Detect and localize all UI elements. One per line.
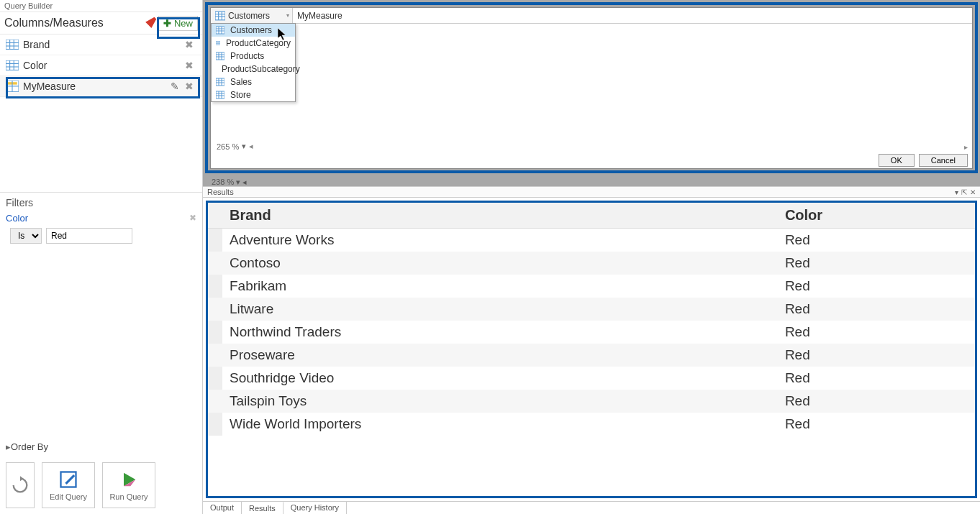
option-label: Customers [230,25,272,35]
column-header[interactable]: Color [778,203,975,229]
panel-title: Query Builder [0,0,202,12]
filter-controls: Is [6,228,196,244]
dropdown-icon[interactable]: ▾ [955,188,958,196]
table-row[interactable]: Northwind TradersRed [208,321,975,344]
svg-rect-5 [6,60,19,70]
table-cell: Red [778,252,975,275]
table-cell: Red [778,367,975,390]
orderby-section[interactable]: Order By [0,437,202,456]
results-table: BrandColor Adventure WorksRedContosoRedF… [208,203,975,436]
table-icon [6,40,19,50]
table-dropdown[interactable]: Customers ▾ CustomersProductCategoryProd… [211,8,293,23]
remove-measure-icon[interactable]: ✖ [182,81,196,92]
ok-button[interactable]: OK [879,154,915,167]
filter-name[interactable]: Color [6,213,185,224]
table-cell: Contoso [222,252,778,275]
zoom-indicator[interactable]: 265 % ▾ ◂ [217,142,253,151]
svg-rect-40 [216,78,224,86]
svg-rect-20 [216,27,224,34]
svg-rect-45 [216,91,224,98]
table-row[interactable]: ContosoRed [208,252,975,275]
table-row[interactable]: Southridge VideoRed [208,367,975,390]
table-cell: Red [778,275,975,298]
edit-query-button[interactable]: Edit Query [42,462,95,508]
column-label: Color [23,60,182,71]
option-label: Store [230,90,251,100]
option-label: Products [230,51,264,61]
chevron-down-icon: ▾ [242,142,246,151]
column-label: Brand [23,39,182,50]
table-cell: Adventure Works [222,229,778,252]
bottom-tab[interactable]: Results [242,502,283,514]
play-icon [119,469,139,490]
column-header[interactable]: Brand [222,203,778,229]
table-icon [215,11,225,21]
table-cell: Red [778,390,975,413]
remove-column-icon[interactable]: ✖ [182,60,196,71]
column-item-mymeasure[interactable]: MyMeasure ✎ ✖ [0,76,202,97]
edit-measure-icon[interactable]: ✎ [168,81,182,92]
dropdown-option[interactable]: Store [212,88,295,101]
edit-query-label: Edit Query [50,492,87,501]
table-cell: Red [778,298,975,321]
table-icon [216,91,224,99]
columns-list: Brand ✖ Color ✖ MyMeasure ✎ ✖ [0,35,202,97]
edit-icon [58,469,78,490]
table-row[interactable]: ProsewareRed [208,344,975,367]
filter-value-input[interactable] [46,228,132,244]
table-row[interactable]: FabrikamRed [208,275,975,298]
svg-rect-15 [215,12,225,20]
formula-editor-area: Customers ▾ CustomersProductCategoryProd… [203,0,980,176]
column-item-color[interactable]: Color ✖ [0,55,202,76]
table-cell: Wide World Importers [222,413,778,436]
results-header: Results ▾ ⇱ ✕ [203,186,980,198]
columns-measures-title: Columns/Measures [4,17,142,29]
dropdown-option[interactable]: Sales [212,75,295,88]
option-label: ProductSubcategory [222,64,300,74]
svg-rect-25 [216,42,220,45]
table-row[interactable]: LitwareRed [208,298,975,321]
formula-bar: Customers ▾ CustomersProductCategoryProd… [211,8,972,24]
scroll-left-icon[interactable]: ◂ [249,142,253,151]
table-cell: Tailspin Toys [222,390,778,413]
filter-row: Color ✖ [6,213,196,224]
cancel-button[interactable]: Cancel [919,154,968,167]
svg-rect-30 [216,52,224,60]
chevron-down-icon: ▾ [286,12,289,19]
run-query-button[interactable]: Run Query [102,462,155,508]
filter-operator-select[interactable]: Is [10,228,42,244]
action-buttons: Edit Query Run Query [0,456,202,514]
table-icon [216,39,220,47]
clear-columns-icon[interactable] [142,15,158,31]
close-icon[interactable]: ✕ [970,188,976,196]
column-item-brand[interactable]: Brand ✖ [0,35,202,55]
svg-rect-0 [6,40,19,50]
filters-title: Filters [6,197,196,208]
table-cell: Red [778,229,975,252]
dropdown-option[interactable]: Products [212,50,295,63]
table-row[interactable]: Adventure WorksRed [208,229,975,252]
table-row[interactable]: Wide World ImportersRed [208,413,975,436]
scroll-right-icon[interactable]: ▸ [964,143,968,151]
table-cell: Red [778,344,975,367]
dialog-buttons: OK Cancel [879,154,968,167]
table-row[interactable]: Tailspin ToysRed [208,390,975,413]
dropdown-option[interactable]: ProductSubcategory [212,63,295,75]
bottom-tab[interactable]: Query History [283,502,347,514]
table-icon [216,26,224,35]
table-icon [6,60,19,70]
formula-input[interactable]: MyMeasure [293,8,972,23]
outer-zoom-indicator[interactable]: 238 % ▾ ◂ [203,176,980,186]
table-cell: Fabrikam [222,275,778,298]
new-measure-button[interactable]: ✚ New [158,16,198,31]
dropdown-selected: Customers [228,11,270,21]
remove-column-icon[interactable]: ✖ [182,39,196,50]
bottom-tab[interactable]: Output [203,502,242,514]
run-query-label: Run Query [109,492,148,501]
measure-icon [6,81,19,91]
right-panel: Customers ▾ CustomersProductCategoryProd… [203,0,980,514]
remove-filter-icon[interactable]: ✖ [189,213,196,223]
refresh-button[interactable] [6,462,35,508]
refresh-icon [10,475,30,495]
pin-icon[interactable]: ⇱ [961,188,967,196]
